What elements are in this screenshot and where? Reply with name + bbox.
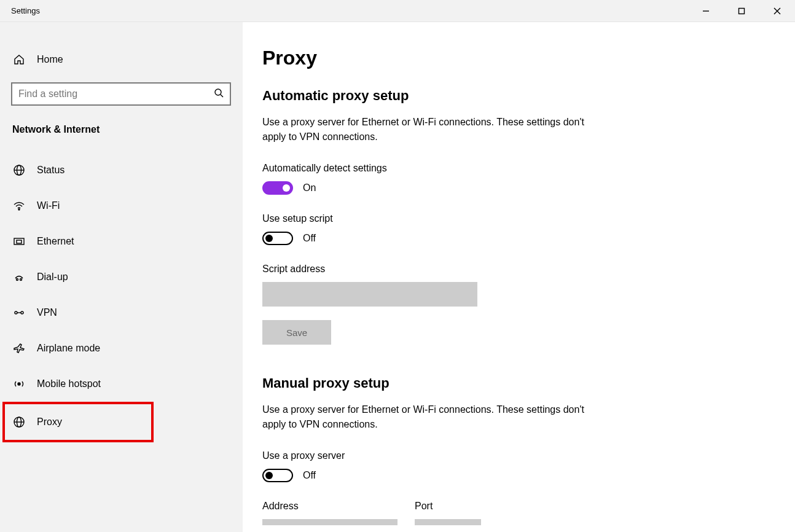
wifi-icon: [12, 199, 26, 213]
section-manual-heading: Manual proxy setup: [262, 375, 795, 391]
minimize-button[interactable]: [688, 0, 724, 22]
airplane-icon: [12, 342, 26, 355]
search-input[interactable]: [11, 82, 231, 106]
svg-point-15: [21, 311, 23, 314]
home-icon: [12, 53, 26, 66]
save-button[interactable]: Save: [262, 320, 331, 345]
sidebar-item-label: Status: [37, 165, 65, 176]
manual-port-input[interactable]: [415, 519, 481, 525]
manual-port-label: Port: [415, 501, 481, 512]
highlight-annotation: Proxy: [2, 402, 154, 442]
svg-point-9: [18, 209, 20, 210]
svg-point-4: [215, 89, 221, 95]
section-manual-desc: Use a proxy server for Ethernet or Wi-Fi…: [262, 402, 594, 432]
sidebar-item-wifi[interactable]: Wi-Fi: [0, 188, 243, 224]
sidebar-item-label: Mobile hotspot: [37, 378, 101, 389]
svg-rect-1: [739, 8, 745, 14]
detect-settings-state: On: [303, 182, 316, 194]
setup-script-label: Use setup script: [262, 213, 795, 224]
sidebar-item-label: Proxy: [37, 417, 62, 428]
hotspot-icon: [12, 377, 26, 391]
ethernet-icon: [12, 235, 26, 248]
setup-script-toggle[interactable]: [262, 232, 293, 245]
sidebar-item-airplane[interactable]: Airplane mode: [0, 331, 243, 366]
sidebar-item-hotspot[interactable]: Mobile hotspot: [0, 366, 243, 402]
window-controls: [688, 0, 795, 22]
sidebar-item-label: Ethernet: [37, 236, 74, 247]
titlebar: Settings: [0, 0, 795, 22]
script-address-label: Script address: [262, 264, 795, 275]
sidebar-item-home[interactable]: Home: [11, 44, 232, 75]
sidebar-category: Network & Internet: [11, 124, 232, 135]
globe-icon: [12, 415, 26, 429]
sidebar-item-label: Wi-Fi: [37, 200, 60, 211]
use-proxy-label: Use a proxy server: [262, 450, 795, 461]
svg-point-17: [18, 383, 20, 385]
globe-icon: [12, 163, 26, 177]
app-title: Settings: [11, 6, 40, 15]
dialup-icon: [12, 270, 26, 284]
sidebar: Home Network & Internet Status Wi-Fi Eth…: [0, 22, 243, 532]
sidebar-item-proxy[interactable]: Proxy: [11, 404, 151, 440]
detect-settings-toggle[interactable]: [262, 181, 293, 195]
manual-address-label: Address: [262, 501, 398, 512]
use-proxy-toggle[interactable]: [262, 469, 293, 482]
sidebar-item-status[interactable]: Status: [0, 152, 243, 188]
use-proxy-state: Off: [303, 470, 316, 481]
manual-address-input[interactable]: [262, 519, 398, 525]
sidebar-item-dialup[interactable]: Dial-up: [0, 259, 243, 295]
svg-point-14: [15, 311, 17, 314]
sidebar-item-label: Airplane mode: [37, 343, 100, 354]
search-field[interactable]: [18, 88, 214, 100]
sidebar-item-label: VPN: [37, 307, 57, 318]
section-auto-heading: Automatic proxy setup: [262, 88, 795, 104]
setup-script-state: Off: [303, 233, 316, 244]
sidebar-item-ethernet[interactable]: Ethernet: [0, 224, 243, 259]
sidebar-item-label: Dial-up: [37, 272, 68, 283]
svg-rect-11: [17, 240, 22, 243]
maximize-button[interactable]: [724, 0, 759, 22]
script-address-input[interactable]: [262, 282, 477, 307]
svg-point-13: [20, 279, 22, 281]
svg-line-5: [221, 95, 223, 97]
svg-point-12: [17, 279, 18, 281]
detect-settings-label: Automatically detect settings: [262, 163, 795, 174]
search-icon: [214, 88, 224, 100]
close-button[interactable]: [759, 0, 795, 22]
section-auto-desc: Use a proxy server for Ethernet or Wi-Fi…: [262, 115, 594, 144]
vpn-icon: [12, 306, 26, 319]
content-area: Proxy Automatic proxy setup Use a proxy …: [243, 22, 795, 532]
page-title: Proxy: [262, 47, 795, 69]
home-label: Home: [37, 54, 63, 65]
sidebar-item-vpn[interactable]: VPN: [0, 295, 243, 331]
